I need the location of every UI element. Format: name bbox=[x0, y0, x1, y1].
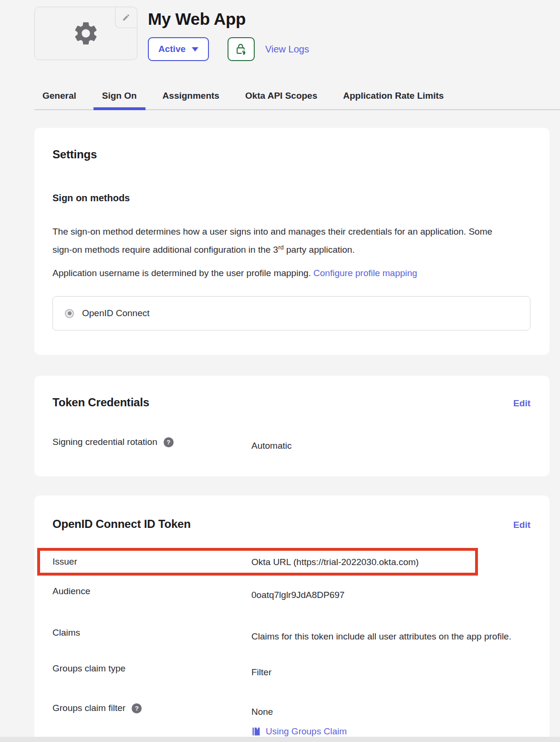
sign-on-description-part1: The sign-on method determines how a user… bbox=[52, 227, 492, 255]
page-title: My Web App bbox=[148, 10, 309, 29]
id-token-edit-link[interactable]: Edit bbox=[513, 520, 530, 530]
groups-claim-type-label: Groups claim type bbox=[52, 663, 125, 674]
chevron-down-icon bbox=[192, 47, 198, 52]
tab-okta-api-scopes[interactable]: Okta API Scopes bbox=[245, 91, 317, 109]
tab-application-rate-limits[interactable]: Application Rate Limits bbox=[343, 91, 444, 109]
issuer-row: Issuer Okta URL (https://trial-2022030.o… bbox=[52, 553, 475, 571]
help-icon[interactable]: ? bbox=[164, 437, 174, 447]
signing-credential-rotation-label: Signing credential rotation bbox=[52, 437, 157, 447]
lock-button[interactable] bbox=[228, 37, 255, 61]
claims-value: Claims for this token include all user a… bbox=[251, 628, 530, 645]
app-logo-tile bbox=[34, 7, 137, 60]
viewport-bottom-strip bbox=[0, 737, 560, 742]
groups-claim-filter-value: None bbox=[251, 703, 530, 721]
app-page: My Web App Active View Logs General Sign… bbox=[0, 0, 560, 742]
app-header: My Web App Active View Logs bbox=[34, 7, 560, 61]
sign-on-description-superscript: rd bbox=[278, 244, 284, 251]
using-groups-claim-link[interactable]: Using Groups Claim bbox=[266, 726, 347, 737]
tab-sign-on[interactable]: Sign On bbox=[102, 91, 137, 109]
id-token-title: OpenID Connect ID Token bbox=[52, 517, 191, 531]
configure-profile-mapping-link[interactable]: Configure profile mapping bbox=[313, 268, 417, 278]
header-main: My Web App Active View Logs bbox=[148, 7, 309, 61]
radio-selected-icon[interactable] bbox=[65, 309, 74, 318]
username-mapping-text: Application username is determined by th… bbox=[52, 265, 530, 281]
groups-claim-type-value: Filter bbox=[251, 663, 530, 681]
sign-on-description: The sign-on method determines how a user… bbox=[52, 224, 513, 258]
token-credentials-title: Token Credentials bbox=[52, 396, 149, 409]
username-mapping-static: Application username is determined by th… bbox=[52, 268, 313, 278]
signing-credential-rotation-row: Signing credential rotation ? Automatic bbox=[52, 437, 530, 454]
groups-claim-type-row: Groups claim type Filter bbox=[52, 663, 530, 681]
claims-row: Claims Claims for this token include all… bbox=[52, 628, 530, 645]
sign-on-methods-heading: Sign on methods bbox=[52, 193, 530, 204]
pencil-icon bbox=[122, 13, 130, 21]
edit-logo-button[interactable] bbox=[115, 7, 137, 28]
audience-label: Audience bbox=[52, 586, 90, 597]
sign-on-method-label: OpenID Connect bbox=[82, 308, 150, 319]
claims-label: Claims bbox=[52, 628, 80, 638]
status-dropdown-button[interactable]: Active bbox=[148, 37, 209, 61]
tab-general[interactable]: General bbox=[42, 91, 76, 109]
groups-claim-filter-label: Groups claim filter bbox=[52, 703, 125, 713]
sign-on-method-option: OpenID Connect bbox=[52, 296, 530, 330]
signing-credential-rotation-value: Automatic bbox=[251, 437, 530, 454]
tab-bar: General Sign On Assignments Okta API Sco… bbox=[34, 91, 560, 110]
issuer-value: Okta URL (https://trial-2022030.okta.com… bbox=[251, 553, 475, 571]
tab-assignments[interactable]: Assignments bbox=[163, 91, 219, 109]
view-logs-link[interactable]: View Logs bbox=[265, 44, 309, 55]
id-token-card: OpenID Connect ID Token Edit Issuer Okta… bbox=[34, 495, 550, 742]
settings-title: Settings bbox=[52, 148, 530, 161]
audience-value: 0oatq7lglr9JdA8DP697 bbox=[251, 586, 530, 604]
gear-icon bbox=[72, 20, 100, 47]
token-credentials-card: Token Credentials Edit Signing credentia… bbox=[34, 376, 550, 476]
book-icon bbox=[251, 727, 261, 736]
token-credentials-edit-link[interactable]: Edit bbox=[513, 398, 530, 409]
audience-row: Audience 0oatq7lglr9JdA8DP697 bbox=[52, 586, 530, 604]
using-groups-claim-row: Using Groups Claim bbox=[251, 726, 530, 737]
lock-key-icon bbox=[235, 43, 247, 55]
issuer-label: Issuer bbox=[52, 556, 77, 567]
status-label: Active bbox=[158, 44, 186, 54]
help-icon[interactable]: ? bbox=[132, 703, 142, 713]
sign-on-description-part2: party application. bbox=[284, 245, 355, 255]
settings-card: Settings Sign on methods The sign-on met… bbox=[34, 128, 550, 355]
header-actions: Active View Logs bbox=[148, 37, 309, 61]
groups-claim-filter-row: Groups claim filter ? None Using Groups … bbox=[52, 703, 530, 737]
issuer-highlight-annotation: Issuer Okta URL (https://trial-2022030.o… bbox=[37, 548, 478, 576]
